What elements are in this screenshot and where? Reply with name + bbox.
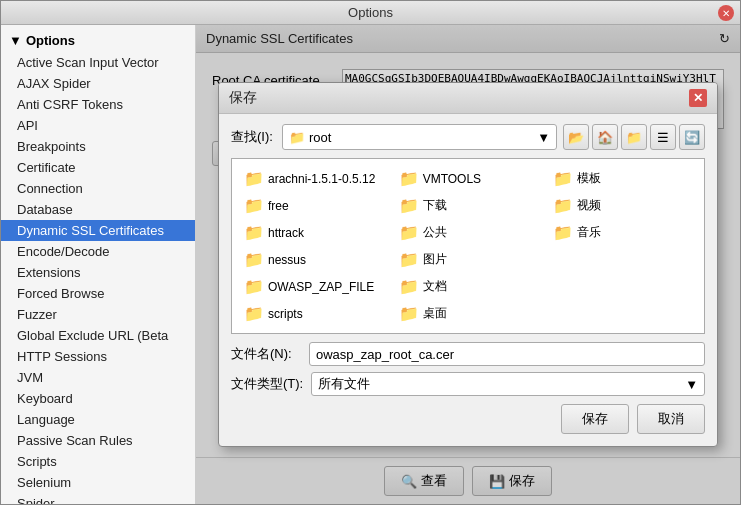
sidebar-item-passive-scan-rules[interactable]: Passive Scan Rules bbox=[1, 430, 195, 451]
sidebar-item-keyboard[interactable]: Keyboard bbox=[1, 388, 195, 409]
file-item[interactable]: 📁公共 bbox=[395, 221, 542, 244]
file-item[interactable] bbox=[549, 275, 696, 298]
sidebar-item-extensions[interactable]: Extensions bbox=[1, 262, 195, 283]
file-grid: 📁arachni-1.5.1-0.5.12📁VMTOOLS📁模板📁free📁下载… bbox=[231, 158, 705, 334]
sidebar-header: ▼ Options bbox=[1, 29, 195, 52]
filetype-row: 文件类型(T): 所有文件 ▼ bbox=[231, 372, 705, 396]
dialog-title: 保存 bbox=[229, 89, 257, 107]
file-item[interactable]: 📁VMTOOLS bbox=[395, 167, 542, 190]
file-name: OWASP_ZAP_FILE bbox=[268, 280, 374, 294]
folder-icon: 📁 bbox=[553, 223, 573, 242]
sidebar-item-jvm[interactable]: JVM bbox=[1, 367, 195, 388]
dialog-form: 文件名(N): 文件类型(T): 所有文件 ▼ bbox=[231, 342, 705, 396]
dialog-cancel-button[interactable]: 取消 bbox=[637, 404, 705, 434]
file-item[interactable]: 📁arachni-1.5.1-0.5.12 bbox=[240, 167, 387, 190]
file-name: 模板 bbox=[577, 170, 601, 187]
window-close-button[interactable]: ✕ bbox=[718, 5, 734, 21]
file-name: 公共 bbox=[423, 224, 447, 241]
folder-icon: 📁 bbox=[399, 277, 419, 296]
sidebar-item-language[interactable]: Language bbox=[1, 409, 195, 430]
dialog-save-button[interactable]: 保存 bbox=[561, 404, 629, 434]
filename-row: 文件名(N): bbox=[231, 342, 705, 366]
filename-input[interactable] bbox=[309, 342, 705, 366]
location-select[interactable]: 📁 root ▼ bbox=[282, 124, 557, 150]
file-name: httrack bbox=[268, 226, 304, 240]
sidebar-item-global-exclude-url-beta[interactable]: Global Exclude URL (Beta bbox=[1, 325, 195, 346]
sidebar-header-label: Options bbox=[26, 33, 75, 48]
filetype-select[interactable]: 所有文件 ▼ bbox=[311, 372, 705, 396]
content-area: ▼ Options Active Scan Input VectorAJAX S… bbox=[1, 25, 740, 504]
toolbar-folder-icon[interactable]: 📁 bbox=[621, 124, 647, 150]
file-name: 图片 bbox=[423, 251, 447, 268]
file-item[interactable]: 📁音乐 bbox=[549, 221, 696, 244]
save-dialog: 保存 ✕ 查找(I): 📁 root ▼ bbox=[218, 82, 718, 447]
file-item[interactable]: 📁nessus bbox=[240, 248, 387, 271]
file-item[interactable] bbox=[549, 302, 696, 325]
file-item[interactable]: 📁桌面 bbox=[395, 302, 542, 325]
sidebar-items: Active Scan Input VectorAJAX SpiderAnti … bbox=[1, 52, 195, 504]
file-name: VMTOOLS bbox=[423, 172, 481, 186]
folder-icon: 📁 bbox=[399, 169, 419, 188]
file-item[interactable] bbox=[549, 248, 696, 271]
sidebar: ▼ Options Active Scan Input VectorAJAX S… bbox=[1, 25, 196, 504]
window-title: Options bbox=[348, 5, 393, 20]
file-name: scripts bbox=[268, 307, 303, 321]
toolbar-icons: 📂 🏠 📁 ☰ 🔄 bbox=[563, 124, 705, 150]
sidebar-item-encodedecode[interactable]: Encode/Decode bbox=[1, 241, 195, 262]
toolbar-new-folder-icon[interactable]: 📂 bbox=[563, 124, 589, 150]
sidebar-item-ajax-spider[interactable]: AJAX Spider bbox=[1, 73, 195, 94]
file-name: arachni-1.5.1-0.5.12 bbox=[268, 172, 375, 186]
folder-icon: 📁 bbox=[553, 196, 573, 215]
sidebar-item-database[interactable]: Database bbox=[1, 199, 195, 220]
sidebar-item-selenium[interactable]: Selenium bbox=[1, 472, 195, 493]
sidebar-item-breakpoints[interactable]: Breakpoints bbox=[1, 136, 195, 157]
sidebar-item-spider[interactable]: Spider bbox=[1, 493, 195, 504]
dropdown-arrow-icon: ▼ bbox=[537, 130, 550, 145]
sidebar-item-http-sessions[interactable]: HTTP Sessions bbox=[1, 346, 195, 367]
sidebar-item-fuzzer[interactable]: Fuzzer bbox=[1, 304, 195, 325]
filename-label: 文件名(N): bbox=[231, 345, 301, 363]
file-name: 音乐 bbox=[577, 224, 601, 241]
folder-icon: 📁 bbox=[244, 223, 264, 242]
file-item[interactable]: 📁scripts bbox=[240, 302, 387, 325]
sidebar-triangle-icon: ▼ bbox=[9, 33, 22, 48]
right-panel: Dynamic SSL Certificates ↻ Root CA certi… bbox=[196, 25, 740, 504]
folder-icon: 📁 bbox=[289, 130, 305, 145]
file-item[interactable]: 📁OWASP_ZAP_FILE bbox=[240, 275, 387, 298]
title-bar: Options ✕ bbox=[1, 1, 740, 25]
sidebar-item-certificate[interactable]: Certificate bbox=[1, 157, 195, 178]
file-name: 文档 bbox=[423, 278, 447, 295]
file-item[interactable]: 📁视频 bbox=[549, 194, 696, 217]
dialog-close-button[interactable]: ✕ bbox=[689, 89, 707, 107]
toolbar-list-icon[interactable]: ☰ bbox=[650, 124, 676, 150]
file-item[interactable]: 📁模板 bbox=[549, 167, 696, 190]
sidebar-item-api[interactable]: API bbox=[1, 115, 195, 136]
file-item[interactable]: 📁httrack bbox=[240, 221, 387, 244]
toolbar-home-icon[interactable]: 🏠 bbox=[592, 124, 618, 150]
dialog-toolbar: 查找(I): 📁 root ▼ 📂 🏠 📁 ☰ bbox=[231, 124, 705, 150]
file-item[interactable]: 📁文档 bbox=[395, 275, 542, 298]
file-item[interactable]: 📁free bbox=[240, 194, 387, 217]
file-name: 下载 bbox=[423, 197, 447, 214]
file-item[interactable]: 📁图片 bbox=[395, 248, 542, 271]
folder-icon: 📁 bbox=[244, 304, 264, 323]
filetype-label: 文件类型(T): bbox=[231, 375, 303, 393]
dialog-actions: 保存 取消 bbox=[231, 396, 705, 436]
sidebar-item-anti-csrf-tokens[interactable]: Anti CSRF Tokens bbox=[1, 94, 195, 115]
dialog-body: 查找(I): 📁 root ▼ 📂 🏠 📁 ☰ bbox=[219, 114, 717, 446]
location-label: 查找(I): bbox=[231, 128, 276, 146]
folder-icon: 📁 bbox=[399, 223, 419, 242]
sidebar-item-connection[interactable]: Connection bbox=[1, 178, 195, 199]
sidebar-item-active-scan-input-vector[interactable]: Active Scan Input Vector bbox=[1, 52, 195, 73]
folder-icon: 📁 bbox=[399, 250, 419, 269]
file-name: free bbox=[268, 199, 289, 213]
folder-icon: 📁 bbox=[553, 169, 573, 188]
file-item[interactable]: 📁下载 bbox=[395, 194, 542, 217]
sidebar-item-forced-browse[interactable]: Forced Browse bbox=[1, 283, 195, 304]
file-name: nessus bbox=[268, 253, 306, 267]
file-name: 桌面 bbox=[423, 305, 447, 322]
toolbar-refresh-icon[interactable]: 🔄 bbox=[679, 124, 705, 150]
folder-icon: 📁 bbox=[399, 196, 419, 215]
sidebar-item-dynamic-ssl-certificates[interactable]: Dynamic SSL Certificates bbox=[1, 220, 195, 241]
sidebar-item-scripts[interactable]: Scripts bbox=[1, 451, 195, 472]
